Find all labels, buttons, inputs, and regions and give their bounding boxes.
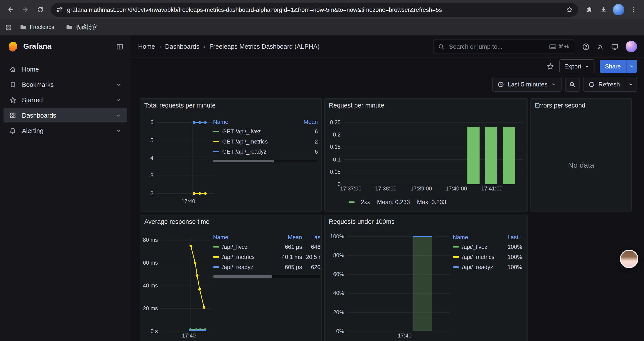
chevron-down-icon[interactable] [115, 97, 122, 103]
legend-header[interactable]: Name [213, 119, 297, 125]
refresh-interval-caret[interactable] [625, 77, 636, 91]
legend-row[interactable]: /api/_metrics40.1 ms20.5 r [213, 252, 320, 262]
sidebar-item-dashboards[interactable]: Dashboards [4, 108, 127, 122]
panel-title[interactable]: Request per minute [325, 99, 528, 110]
back-icon[interactable] [4, 3, 18, 17]
y-axis: 65432 [143, 119, 157, 197]
series-color-chip [453, 246, 459, 247]
user-avatar[interactable] [626, 41, 637, 52]
y-axis: 100%80%60%40%20%0% [328, 233, 348, 331]
assistant-avatar-button[interactable] [620, 250, 638, 268]
bookmarks-bar: Freeleaps 收藏博客 [0, 19, 644, 36]
time-range-picker[interactable]: Last 5 minutes [492, 77, 562, 92]
share-button-main[interactable]: Share [600, 60, 626, 73]
legend-row[interactable]: GET /api/_readyz6 [213, 147, 318, 157]
series-color-chip [453, 256, 459, 258]
favorite-star-icon[interactable] [547, 63, 554, 70]
chevron-down-icon[interactable] [115, 81, 122, 88]
legend-header[interactable]: Last * [498, 234, 522, 240]
legend-header[interactable]: Name [453, 234, 498, 240]
forward-icon[interactable] [18, 3, 32, 17]
plot-area[interactable] [344, 122, 523, 184]
folder-icon [20, 24, 27, 31]
y-axis: 80 ms60 ms40 ms20 ms0 s [143, 236, 161, 331]
series-name: GET /api/_readyz [222, 148, 266, 155]
chart-svg [344, 122, 523, 184]
refresh-button-main[interactable]: Refresh [584, 77, 625, 91]
legend-table: NameLast */api/_livez100%/api/_metrics10… [453, 233, 522, 272]
rss-icon[interactable] [597, 43, 604, 50]
panel-title[interactable]: Errors per second [531, 99, 631, 110]
reload-icon[interactable] [33, 3, 47, 17]
panel-total-requests-per-minute: Total requests per minute 65432 17:40 Na… [140, 98, 322, 212]
chevron-down-icon[interactable] [115, 128, 122, 134]
bookmark-folder-freeleaps[interactable]: Freeleaps [16, 22, 58, 33]
bookmark-star-icon[interactable] [566, 6, 573, 13]
sidebar-item-bookmarks[interactable]: Bookmarks [4, 77, 127, 92]
x-tick-label: 17:39:00 [410, 186, 432, 192]
series-color-chip [213, 246, 219, 247]
series-value: 605 µs [277, 264, 302, 270]
plot-area[interactable] [348, 233, 450, 331]
help-icon[interactable] [582, 43, 590, 50]
legend-header[interactable]: Mean [297, 119, 318, 125]
zoom-out-button[interactable] [565, 77, 580, 92]
plot-area[interactable] [161, 236, 210, 331]
legend-scrollbar[interactable] [213, 160, 318, 162]
bookmark-label: 收藏博客 [76, 24, 98, 31]
legend-row[interactable]: /api/_livez100% [453, 242, 522, 252]
apps-grid-icon[interactable] [5, 24, 12, 31]
search-input[interactable] [448, 43, 546, 51]
breadcrumb-home[interactable]: Home [138, 43, 155, 50]
sidebar-item-home[interactable]: Home [4, 62, 127, 76]
sidebar-item-label: Starred [22, 96, 43, 103]
legend-scrollbar[interactable] [213, 275, 320, 278]
x-tick-label: 17:38:00 [375, 186, 396, 192]
grafana-logo[interactable] [7, 41, 18, 52]
legend-row[interactable]: GET /api/_metrics2 [213, 137, 318, 147]
url-bar[interactable]: grafana.mathmast.com/d/deytv4rwavabkb/fr… [51, 3, 578, 17]
breadcrumb-separator: › [159, 43, 161, 50]
sidebar-item-starred[interactable]: Starred [4, 93, 127, 107]
search-box[interactable]: ⌘+k [433, 39, 574, 54]
series-value: 40.1 ms [277, 254, 302, 260]
legend-row[interactable]: /api/_metrics100% [453, 252, 522, 262]
timeseries-chart: 80 ms60 ms40 ms20 ms0 s 17:40 [143, 236, 210, 339]
y-tick-label: 40 ms [143, 283, 158, 289]
sidebar-item-label: Bookmarks [22, 81, 54, 88]
extensions-icon[interactable] [582, 3, 596, 17]
plot-area[interactable] [157, 119, 214, 197]
legend-header[interactable]: Las [302, 234, 320, 240]
site-info-icon[interactable] [56, 6, 63, 13]
panel-title[interactable]: Requests under 100ms [325, 215, 528, 226]
display-icon[interactable] [611, 43, 618, 50]
legend-row[interactable]: /api/_livez661 µs646 [213, 242, 320, 252]
series-value: 2 [297, 138, 318, 145]
legend-row[interactable]: /api/_readyz100% [453, 262, 522, 272]
legend-header[interactable]: Mean [277, 234, 302, 240]
kebab-menu-icon[interactable] [626, 3, 640, 17]
sidebar-item-alerting[interactable]: Alerting [4, 123, 127, 138]
series-color-chip [213, 256, 219, 258]
collapse-panel-icon[interactable] [116, 43, 124, 50]
series-value: 100% [498, 254, 522, 260]
chevron-down-icon[interactable] [115, 112, 122, 118]
share-dropdown-caret[interactable] [626, 60, 637, 73]
breadcrumb-current: Freeleaps Metrics Dashboard (ALPHA) [209, 43, 320, 50]
legend-row[interactable]: /api/_readyz605 µs620 [213, 262, 320, 272]
grid-icon [9, 112, 16, 119]
legend-mean: Mean: 0.233 [377, 199, 410, 205]
export-button[interactable]: Export [560, 59, 594, 73]
download-icon[interactable] [597, 3, 611, 17]
sidebar-item-label: Alerting [22, 127, 44, 134]
legend-row[interactable]: GET /api/_livez6 [213, 126, 318, 137]
legend-item-2xx[interactable]: 2xx [348, 199, 370, 205]
no-data-message: No data [531, 161, 631, 170]
panel-title[interactable]: Average response time [140, 215, 321, 226]
panel-title[interactable]: Total requests per minute [140, 99, 321, 110]
legend-header[interactable]: Name [213, 234, 277, 240]
browser-profile-avatar[interactable] [613, 4, 624, 15]
legend-header-row: NameLast * [453, 233, 522, 242]
breadcrumb-dashboards[interactable]: Dashboards [165, 43, 199, 50]
bookmark-folder-blogs[interactable]: 收藏博客 [62, 22, 101, 33]
